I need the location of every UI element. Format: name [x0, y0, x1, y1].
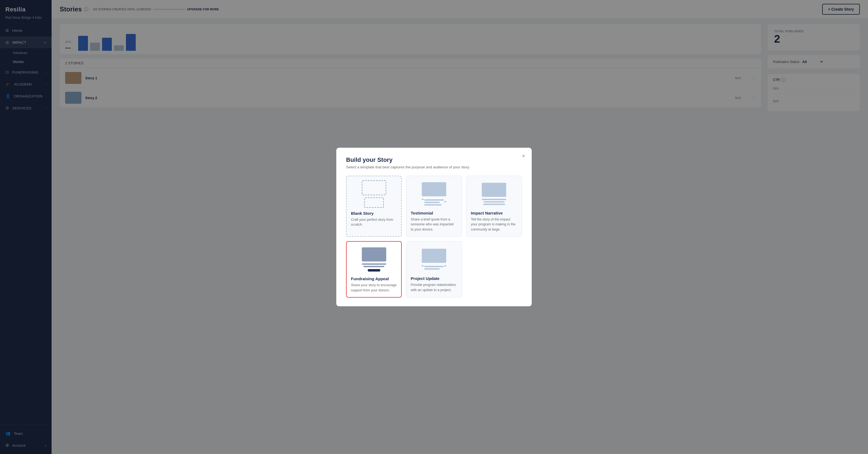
template-card-project[interactable]: " " Project Update Provide program stake… [406, 241, 462, 298]
modal-title: Build your Story [346, 156, 522, 163]
template-desc-fundraising: Share your story to encourage support fr… [351, 283, 397, 293]
template-name-fundraising: Fundraising Appeal [351, 276, 397, 281]
template-card-impact[interactable]: Impact Narrative Tell the story of the i… [466, 176, 522, 237]
template-visual-impact [471, 180, 517, 207]
fundraising-line-1 [362, 263, 386, 265]
template-visual-project: " " [411, 246, 457, 273]
template-desc-blank: Craft your perfect story from scratch. [351, 217, 397, 228]
template-name-blank: Blank Story [351, 211, 397, 216]
quote-line-1 [424, 199, 443, 201]
modal-overlay[interactable]: × Build your Story Select a template tha… [0, 0, 868, 454]
template-desc-impact: Tell the story of the impact your progra… [471, 217, 517, 232]
template-grid: Blank Story Craft your perfect story fro… [346, 176, 522, 298]
impact-screen [482, 183, 506, 197]
build-story-modal: × Build your Story Select a template tha… [336, 148, 532, 307]
template-desc-project: Provide program stakeholders with an upd… [411, 282, 457, 293]
quote-line-2 [424, 202, 440, 203]
template-name-project: Project Update [411, 276, 457, 281]
fundraising-cta-btn [368, 269, 380, 272]
template-card-blank[interactable]: Blank Story Craft your perfect story fro… [346, 176, 402, 237]
quote-open: " [422, 198, 424, 203]
template-card-testimonial[interactable]: " " Testimonial Share a brief quote from… [406, 176, 462, 237]
fundraising-screen [362, 247, 386, 262]
impact-line-2 [484, 201, 504, 203]
project-screen [422, 249, 446, 263]
template-visual-testimonial: " " [411, 180, 457, 207]
project-line-2 [424, 268, 440, 270]
modal-subtitle: Select a template that best captures the… [346, 165, 522, 169]
modal-close-button[interactable]: × [522, 153, 525, 158]
blank-box-top [362, 180, 386, 195]
template-visual-blank [351, 181, 397, 208]
template-desc-testimonial: Share a brief quote from a someone who w… [411, 217, 457, 232]
fundraising-line-2 [364, 266, 384, 267]
project-line-1 [424, 266, 443, 267]
testimonial-screen [422, 182, 446, 196]
impact-line-1 [482, 199, 506, 200]
blank-box-bottom [364, 198, 384, 208]
template-card-fundraising[interactable]: Fundraising Appeal Share your story to e… [346, 241, 402, 298]
template-name-impact: Impact Narrative [471, 211, 517, 215]
quote-line-3 [424, 204, 442, 206]
project-quote-close: " [444, 265, 446, 270]
template-name-testimonial: Testimonial [411, 211, 457, 215]
quote-close: " [444, 201, 446, 206]
project-quote-open: " [422, 265, 424, 270]
impact-line-3 [483, 204, 505, 205]
template-visual-fundraising [351, 246, 397, 273]
